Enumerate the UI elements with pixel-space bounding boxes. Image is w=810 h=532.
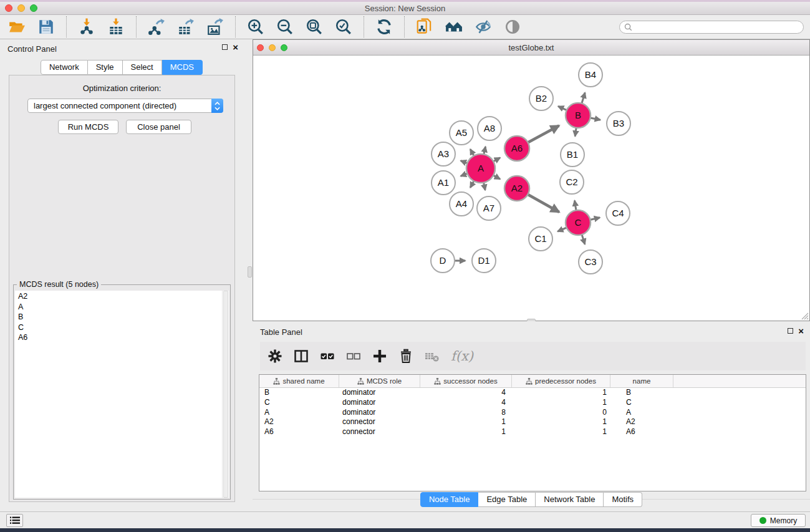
graph-node-label-D: D bbox=[440, 255, 446, 266]
splitter-handle-vertical[interactable] bbox=[248, 266, 252, 278]
graph-node-label-C4: C4 bbox=[612, 208, 624, 218]
table-cell: dominator bbox=[339, 398, 420, 408]
add-column-icon[interactable] bbox=[371, 347, 388, 365]
table-row[interactable]: Adominator80A bbox=[259, 408, 806, 418]
table-options-gear-icon[interactable] bbox=[266, 347, 284, 365]
refresh-layout-button[interactable] bbox=[375, 17, 393, 36]
tab-mcds[interactable]: MCDS bbox=[162, 60, 203, 75]
result-item[interactable]: C bbox=[15, 323, 222, 334]
table-row[interactable]: A6connector11A6 bbox=[259, 427, 806, 437]
main-titlebar: Session: New Session bbox=[0, 2, 810, 15]
network-graph-canvas[interactable]: AA1A2A3A4A5A6A7A8BB1B2B3B4CC1C2C3C4DD1 bbox=[253, 56, 809, 321]
node-table: shared nameMCDS rolesuccessor nodesprede… bbox=[259, 374, 806, 491]
table-cell: C bbox=[259, 398, 339, 408]
memory-button[interactable]: Memory bbox=[751, 514, 806, 527]
minimize-traffic-light[interactable] bbox=[269, 44, 276, 51]
zoom-traffic-light[interactable] bbox=[30, 4, 37, 12]
optimization-criterion-label: Optimization criterion: bbox=[9, 84, 234, 93]
table-row[interactable]: A2connector11A2 bbox=[259, 417, 806, 427]
tab-style[interactable]: Style bbox=[88, 60, 123, 75]
table-cell: 0 bbox=[512, 408, 610, 418]
float-panel-icon[interactable] bbox=[222, 44, 228, 50]
memory-label: Memory bbox=[770, 516, 797, 525]
graph-node-label-A2: A2 bbox=[511, 183, 523, 193]
result-item[interactable]: A bbox=[15, 302, 222, 313]
close-panel-button[interactable]: Close panel bbox=[126, 120, 191, 134]
tab-node-table[interactable]: Node Table bbox=[420, 492, 479, 507]
graph-node-label-C: C bbox=[575, 217, 582, 228]
graph-node-label-A1: A1 bbox=[438, 177, 449, 188]
mcds-result-title: MCDS result (5 nodes) bbox=[17, 280, 101, 289]
graph-node-label-A6: A6 bbox=[511, 143, 523, 153]
table-cell: 1 bbox=[420, 417, 512, 427]
session-title: Session: New Session bbox=[365, 4, 445, 13]
minimize-traffic-light[interactable] bbox=[17, 4, 25, 12]
select-all-icon[interactable] bbox=[319, 347, 336, 365]
table-cell: A bbox=[610, 408, 673, 418]
result-item[interactable]: A2 bbox=[15, 292, 222, 302]
table-cell: A2 bbox=[610, 417, 673, 427]
toolbar-separator bbox=[235, 16, 236, 37]
export-image-button[interactable] bbox=[206, 17, 224, 36]
column-header-name[interactable]: name bbox=[610, 375, 673, 387]
status-bar: Memory bbox=[0, 511, 810, 528]
close-traffic-light[interactable] bbox=[5, 4, 12, 12]
zoom-selected-button[interactable] bbox=[334, 17, 353, 36]
table-cell: 1 bbox=[420, 427, 512, 437]
result-item[interactable]: B bbox=[15, 312, 222, 323]
zoom-fit-button[interactable] bbox=[305, 17, 324, 36]
hierarchy-sort-icon bbox=[434, 378, 441, 385]
export-network-button[interactable] bbox=[147, 17, 166, 36]
function-builder-icon-disabled: f(x) bbox=[450, 349, 473, 364]
graph-node-label-B: B bbox=[575, 110, 581, 120]
zoom-in-button[interactable] bbox=[246, 17, 265, 36]
deselect-all-icon[interactable] bbox=[345, 347, 362, 365]
network-view-window: testGlobe.txt AA1A2A3A4A5A6A7A8BB1B2B3B4… bbox=[253, 39, 810, 321]
close-panel-icon[interactable]: × bbox=[233, 44, 238, 51]
show-graphics-icon[interactable] bbox=[503, 17, 522, 36]
tab-network-table[interactable]: Network Table bbox=[536, 492, 604, 507]
table-row[interactable]: Cdominator41C bbox=[259, 398, 806, 408]
column-label: MCDS role bbox=[367, 377, 402, 385]
task-history-button[interactable] bbox=[6, 514, 23, 527]
control-panel-header: Control Panel × bbox=[0, 39, 243, 57]
column-header-predecessor-nodes[interactable]: predecessor nodes bbox=[512, 375, 610, 387]
memory-status-icon bbox=[759, 517, 766, 524]
tab-edge-table[interactable]: Edge Table bbox=[478, 492, 536, 507]
table-cell: dominator bbox=[339, 388, 420, 398]
float-panel-icon[interactable] bbox=[788, 328, 793, 334]
result-item[interactable]: A6 bbox=[15, 333, 222, 344]
column-header-shared-name[interactable]: shared name bbox=[259, 375, 339, 387]
result-scrollbar[interactable] bbox=[222, 291, 229, 498]
import-network-button[interactable] bbox=[77, 17, 96, 36]
network-window-title: testGlobe.txt bbox=[509, 43, 554, 52]
clone-network-button[interactable] bbox=[415, 17, 434, 36]
home-button[interactable] bbox=[445, 17, 463, 36]
import-table-button[interactable] bbox=[107, 17, 125, 36]
column-header-successor-nodes[interactable]: successor nodes bbox=[420, 375, 512, 387]
window-resize-grip[interactable] bbox=[800, 311, 809, 320]
close-traffic-light[interactable] bbox=[257, 44, 264, 51]
search-input[interactable] bbox=[619, 21, 804, 34]
graph-node-label-B4: B4 bbox=[585, 69, 596, 80]
save-session-button[interactable] bbox=[37, 17, 55, 36]
run-mcds-button[interactable]: Run MCDS bbox=[58, 120, 118, 134]
zoom-traffic-light[interactable] bbox=[281, 44, 287, 51]
close-panel-icon[interactable]: × bbox=[798, 327, 804, 334]
export-table-button[interactable] bbox=[176, 17, 195, 36]
tab-network[interactable]: Network bbox=[41, 60, 88, 75]
table-cell: 1 bbox=[512, 417, 610, 427]
zoom-out-button[interactable] bbox=[276, 17, 294, 36]
criterion-dropdown[interactable]: largest connected component (directed) bbox=[27, 99, 223, 113]
table-cell: connector bbox=[339, 427, 420, 437]
open-session-button[interactable] bbox=[7, 17, 26, 36]
hide-details-icon[interactable] bbox=[474, 17, 493, 36]
table-row[interactable]: Bdominator41B bbox=[259, 388, 806, 398]
split-table-icon[interactable] bbox=[292, 347, 310, 365]
table-cell: 4 bbox=[420, 398, 512, 408]
tab-motifs[interactable]: Motifs bbox=[604, 492, 642, 507]
graph-node-label-C2: C2 bbox=[566, 177, 577, 187]
column-header-MCDS-role[interactable]: MCDS role bbox=[339, 375, 420, 387]
tab-select[interactable]: Select bbox=[123, 60, 162, 75]
delete-column-trash-icon[interactable] bbox=[397, 347, 415, 365]
